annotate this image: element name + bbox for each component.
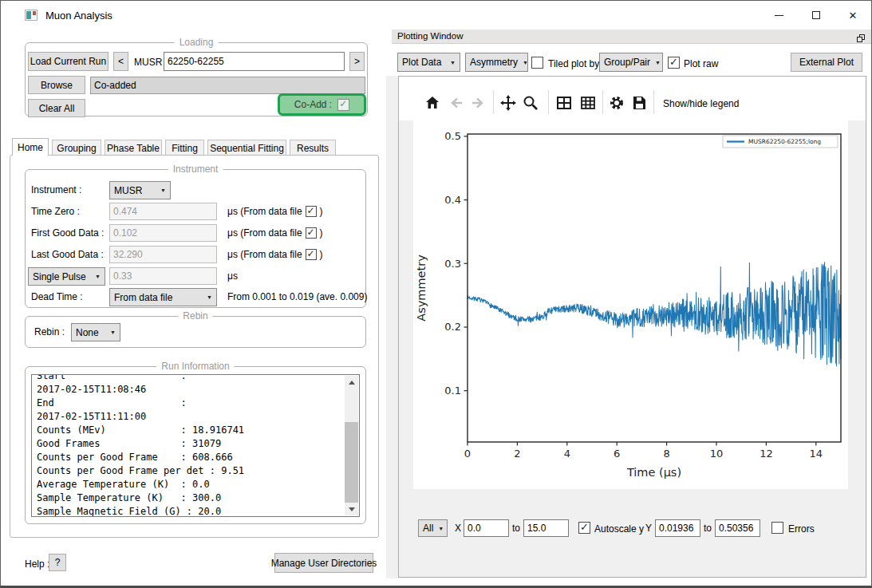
svg-text:Time (μs): Time (μs) <box>626 466 681 479</box>
forward-icon[interactable] <box>468 93 487 112</box>
tiled-by-combo[interactable]: Group/Pair▼ <box>599 53 663 72</box>
svg-text:6: 6 <box>614 448 620 460</box>
tiled-plot-checkbox[interactable] <box>531 57 543 69</box>
chevron-down-icon: ▼ <box>433 526 444 531</box>
dead-time-combo[interactable]: From data file▼ <box>109 288 217 306</box>
pan-icon[interactable] <box>499 93 518 112</box>
svg-text:0: 0 <box>464 448 471 460</box>
y-to-label: to <box>704 523 712 534</box>
minimize-button[interactable] <box>766 6 791 24</box>
run-information-text: Start : 2017-02-15T11:08:46 End : 2017-0… <box>37 374 359 517</box>
pulse-mode-combo[interactable]: Single Pulse▼ <box>28 267 105 286</box>
autoscale-y-label: Autoscale y <box>594 523 644 535</box>
chevron-down-icon: ▼ <box>156 187 166 193</box>
time-zero-from-file-checkbox[interactable] <box>306 206 317 217</box>
figure-options-gear-icon[interactable] <box>607 93 626 112</box>
float-dock-icon[interactable] <box>856 32 866 46</box>
chevron-down-icon: ▼ <box>90 274 101 279</box>
svg-text:14: 14 <box>810 448 823 460</box>
figure-canvas[interactable]: 024681012140.10.20.30.40.5Time (μs)Asymm… <box>413 120 848 489</box>
app-icon <box>25 10 37 21</box>
zoom-icon[interactable] <box>521 93 540 112</box>
chevron-down-icon: ▼ <box>518 60 528 65</box>
plot-data-combo[interactable]: Plot Data▼ <box>397 53 460 72</box>
scroll-up-arrow-icon[interactable] <box>345 376 358 389</box>
maximize-button[interactable] <box>803 6 829 24</box>
close-button[interactable]: ✕ <box>840 6 866 24</box>
tab-home[interactable]: Home <box>12 138 49 156</box>
x-range-label: X <box>455 523 461 534</box>
save-icon[interactable] <box>629 93 649 112</box>
muon-analysis-window: Muon Analysis ✕ Loading Load Current Run… <box>0 0 872 588</box>
svg-text:2: 2 <box>514 448 520 460</box>
grid-fine-icon[interactable] <box>578 93 598 112</box>
first-good-from-file-checkbox[interactable] <box>306 227 317 239</box>
y-to-input[interactable] <box>715 519 760 537</box>
clear-all-button[interactable]: Clear All <box>28 99 85 117</box>
grid-icon[interactable] <box>554 93 574 112</box>
svg-text:0.4: 0.4 <box>444 194 461 206</box>
external-plot-button[interactable]: External Plot <box>791 53 862 72</box>
errors-checkbox[interactable] <box>771 522 783 534</box>
range-scope-combo[interactable]: All▼ <box>418 519 448 537</box>
instrument-combo[interactable]: MUSR▼ <box>109 181 171 199</box>
plot-type-combo[interactable]: Asymmetry▼ <box>465 53 528 72</box>
plotting-window-title: Plotting Window <box>397 31 463 41</box>
last-good-from-file-checkbox[interactable] <box>306 249 317 260</box>
coadd-checkbox[interactable] <box>337 99 349 111</box>
errors-label: Errors <box>788 523 815 535</box>
instrument-group-label: Instrument <box>168 164 223 175</box>
svg-text:4: 4 <box>564 448 570 460</box>
rebin-label: Rebin : <box>34 326 65 337</box>
y-from-input[interactable] <box>655 519 700 537</box>
run-info-scrollbar[interactable] <box>345 376 358 515</box>
svg-text:MUSR62250-62255;long: MUSR62250-62255;long <box>748 138 821 145</box>
show-hide-legend-button[interactable]: Show/hide legend <box>663 98 739 109</box>
x-from-input[interactable] <box>464 519 509 537</box>
tab-results[interactable]: Results <box>290 140 336 156</box>
loaded-file-field[interactable] <box>90 77 365 94</box>
tab-grouping[interactable]: Grouping <box>52 140 101 156</box>
svg-text:0.3: 0.3 <box>444 258 461 270</box>
pulse-unit-label: μs <box>227 270 238 282</box>
chevron-down-icon: ▼ <box>445 60 456 65</box>
rebin-combo[interactable]: None▼ <box>71 323 120 341</box>
x-to-input[interactable] <box>523 519 569 537</box>
tab-fitting[interactable]: Fitting <box>165 140 204 156</box>
svg-text:0.2: 0.2 <box>444 321 461 333</box>
rebin-group-label: Rebin <box>178 310 212 322</box>
last-good-data-field[interactable] <box>109 246 217 263</box>
next-run-button[interactable]: > <box>349 52 365 71</box>
chevron-down-icon: ▼ <box>650 60 661 65</box>
load-current-run-button[interactable]: Load Current Run <box>28 52 109 71</box>
autoscale-y-checkbox[interactable] <box>578 522 590 534</box>
tab-phase-table[interactable]: Phase Table <box>105 140 162 156</box>
run-number-input[interactable] <box>164 52 345 71</box>
scroll-down-arrow-icon[interactable] <box>345 503 358 515</box>
time-zero-field[interactable] <box>109 203 217 220</box>
scrollbar-thumb[interactable] <box>345 422 358 507</box>
back-icon[interactable] <box>447 93 466 112</box>
manage-user-directories-button[interactable]: Manage User Directories <box>274 553 373 573</box>
time-zero-unit: μs (From data file) <box>227 206 323 217</box>
chevron-down-icon: ▼ <box>202 294 212 300</box>
dead-time-note: From 0.001 to 0.019 (ave. 0.009) <box>227 291 367 302</box>
svg-text:0.5: 0.5 <box>444 130 461 142</box>
loading-group-label: Loading <box>175 37 219 48</box>
y-range-label: Y <box>645 523 652 534</box>
plotting-window-header: Plotting Window <box>392 30 872 44</box>
svg-text:0.1: 0.1 <box>444 385 461 397</box>
plot-raw-checkbox[interactable] <box>668 57 680 69</box>
first-good-data-field[interactable] <box>109 224 217 242</box>
pulse-value-field[interactable] <box>109 267 217 285</box>
help-button[interactable]: ? <box>49 554 66 571</box>
last-good-data-unit: μs (From data file) <box>227 249 323 260</box>
browse-button[interactable]: Browse <box>28 76 85 94</box>
home-view-icon[interactable] <box>423 93 442 112</box>
help-label: Help : <box>25 558 49 570</box>
previous-run-button[interactable]: < <box>113 52 128 71</box>
time-zero-label: Time Zero : <box>31 206 80 217</box>
chevron-down-icon: ▼ <box>105 330 116 335</box>
tab-sequential-fitting[interactable]: Sequential Fitting <box>207 140 286 156</box>
run-information-textarea[interactable]: Start : 2017-02-15T11:08:46 End : 2017-0… <box>31 374 360 517</box>
